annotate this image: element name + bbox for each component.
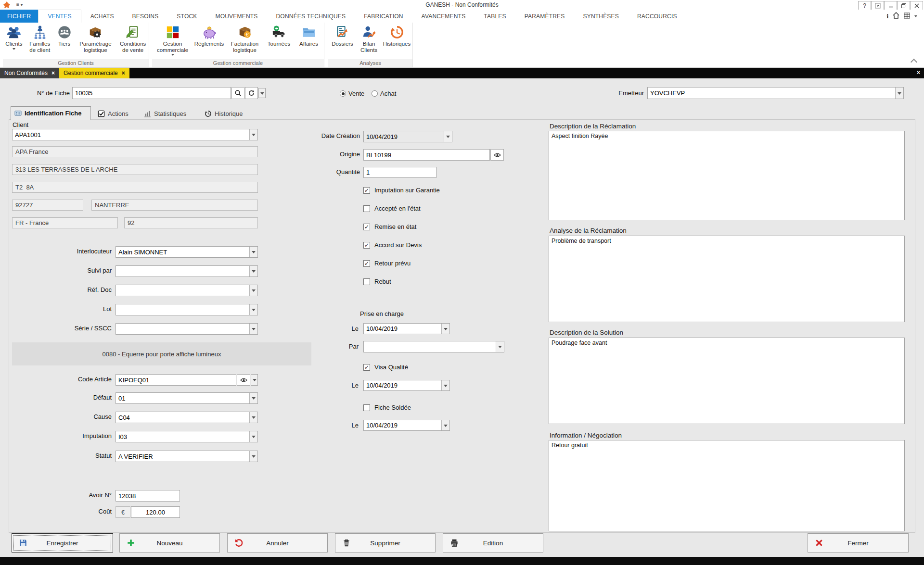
soldee-date-combo[interactable]: 10/04/2019 — [363, 420, 450, 431]
ribbon-tournees-button[interactable]: Tournées — [264, 23, 295, 59]
description-reclamation-textarea[interactable]: Aspect finition Rayée — [549, 131, 905, 220]
description-solution-textarea[interactable]: Poudrage face avant — [549, 338, 905, 424]
tab-actions[interactable]: Actions — [94, 108, 137, 119]
ribbon-familles-client-button[interactable]: Familles de client — [25, 23, 55, 59]
menu-fichier[interactable]: FICHIER — [0, 10, 38, 23]
accord-devis-checkbox[interactable] — [363, 242, 370, 249]
close-tab-icon[interactable]: × — [122, 70, 125, 76]
ribbon-tiers-button[interactable]: Tiers — [55, 23, 74, 59]
chevron-down-icon[interactable] — [249, 266, 257, 276]
menu-achats[interactable]: ACHATS — [81, 10, 123, 23]
code-article-dropdown[interactable] — [251, 374, 258, 386]
imputation-combo[interactable]: I03 — [116, 431, 258, 442]
ribbon-clients-button[interactable]: Clients — [3, 23, 25, 59]
close-all-tabs-icon[interactable]: × — [917, 69, 920, 76]
chevron-down-icon[interactable] — [249, 247, 257, 257]
chevron-down-icon[interactable] — [249, 412, 257, 423]
help-button[interactable]: ? — [858, 1, 871, 10]
imputation-garantie-label[interactable]: Imputation sur Garantie — [374, 187, 440, 194]
remise-etat-checkbox[interactable] — [363, 224, 370, 230]
search-options-dropdown[interactable] — [258, 88, 266, 98]
ribbon-bilan-clients-button[interactable]: Bilan Clients — [357, 23, 382, 59]
pin-window-button[interactable] — [871, 1, 884, 10]
chevron-down-icon[interactable] — [249, 285, 257, 296]
chevron-down-icon[interactable] — [914, 15, 917, 19]
menu-avancements[interactable]: AVANCEMENTS — [412, 10, 475, 23]
ribbon-historiques-button[interactable]: Historiques — [382, 23, 412, 59]
cancel-button[interactable]: Annuler — [227, 533, 328, 552]
table-view-icon[interactable] — [904, 12, 910, 21]
ribbon-reglements-button[interactable]: Règlements — [192, 23, 226, 59]
info-icon[interactable]: i — [886, 13, 888, 20]
tab-gestion-commerciale[interactable]: Gestion commerciale × — [59, 68, 129, 78]
ribbon-dossiers-button[interactable]: Dossiers — [329, 23, 357, 59]
fiche-soldee-checkbox[interactable] — [363, 404, 370, 411]
visa-qualite-label[interactable]: Visa Qualité — [374, 364, 408, 371]
menu-stock[interactable]: STOCK — [167, 10, 206, 23]
menu-donnees-techniques[interactable]: DONNÉES TECHNIQUES — [267, 10, 355, 23]
menu-mouvements[interactable]: MOUVEMENTS — [206, 10, 267, 23]
home-icon[interactable] — [893, 12, 899, 21]
chevron-down-icon[interactable] — [249, 393, 257, 403]
suivi-par-combo[interactable] — [116, 265, 258, 277]
tab-identification-fiche[interactable]: Identification Fiche — [11, 106, 91, 120]
refresh-button[interactable] — [245, 87, 258, 99]
delete-button[interactable]: Supprimer — [335, 533, 436, 552]
vente-radio[interactable] — [340, 90, 346, 97]
imputation-garantie-checkbox[interactable] — [363, 187, 370, 194]
vente-radio-label[interactable]: Vente — [348, 90, 364, 97]
serie-sscc-combo[interactable] — [116, 323, 258, 335]
par-combo[interactable] — [363, 341, 504, 352]
close-button[interactable]: Fermer — [808, 533, 909, 552]
view-article-button[interactable] — [237, 374, 250, 386]
code-article-combo[interactable]: KIPOEQ01 — [116, 374, 236, 386]
achat-radio-label[interactable]: Achat — [380, 90, 396, 97]
information-negociation-textarea[interactable]: Retour gratuit — [549, 440, 905, 531]
cout-input[interactable] — [131, 506, 180, 518]
chevron-down-icon[interactable] — [441, 324, 449, 334]
accepte-etat-label[interactable]: Accepté en l'état — [374, 205, 421, 212]
tab-non-conformites[interactable]: Non Conformités × — [0, 68, 59, 78]
menu-parametres[interactable]: PARAMÈTRES — [515, 10, 574, 23]
tab-historique[interactable]: Historique — [201, 108, 249, 119]
search-button[interactable] — [231, 87, 244, 99]
ribbon-gestion-commerciale-button[interactable]: Gestion commerciale — [153, 23, 192, 59]
remise-etat-label[interactable]: Remise en état — [374, 223, 416, 230]
lot-combo[interactable] — [116, 304, 258, 315]
client-code-combo[interactable]: APA1001 — [12, 129, 258, 140]
chevron-down-icon[interactable] — [496, 341, 504, 352]
pec-date-combo[interactable]: 10/04/2019 — [363, 323, 450, 334]
rebut-checkbox[interactable] — [363, 278, 370, 285]
chevron-down-icon[interactable] — [249, 129, 257, 140]
ref-doc-combo[interactable] — [116, 285, 258, 296]
menu-ventes[interactable]: VENTES — [38, 10, 81, 23]
minimize-button[interactable] — [884, 1, 897, 10]
rebut-label[interactable]: Rebut — [374, 278, 391, 285]
close-window-button[interactable] — [910, 1, 923, 10]
retour-prevu-label[interactable]: Retour prévu — [374, 260, 411, 267]
menu-raccourcis[interactable]: RACCOURCIS — [628, 10, 686, 23]
visa-date-combo[interactable]: 10/04/2019 — [363, 380, 450, 391]
close-tab-icon[interactable]: × — [51, 70, 55, 76]
view-origine-button[interactable] — [490, 149, 504, 161]
quantite-input[interactable] — [363, 167, 436, 178]
emetteur-combo[interactable]: YOVCHEVP — [647, 87, 904, 99]
chevron-down-icon[interactable] — [249, 324, 257, 334]
new-button[interactable]: Nouveau — [119, 533, 220, 552]
statut-combo[interactable]: A VERIFIER — [116, 451, 258, 462]
ribbon-parametrage-logistique-button[interactable]: Paramétrage logistique — [74, 23, 117, 59]
fiche-number-input[interactable] — [72, 87, 231, 99]
ribbon-facturation-logistique-button[interactable]: € Facturation logistique — [226, 23, 264, 59]
accepte-etat-checkbox[interactable] — [363, 205, 370, 212]
chevron-down-icon[interactable] — [249, 304, 257, 315]
chevron-down-icon[interactable] — [895, 88, 903, 99]
date-creation-combo[interactable]: 10/04/2019 — [363, 131, 452, 142]
retour-prevu-checkbox[interactable] — [363, 260, 370, 267]
collapse-ribbon-icon[interactable] — [911, 59, 917, 65]
avoir-input[interactable] — [116, 490, 180, 502]
tab-statistiques[interactable]: Statistiques — [141, 108, 192, 119]
ribbon-affaires-button[interactable]: Affaires — [295, 23, 323, 59]
chevron-down-icon[interactable] — [249, 431, 257, 442]
ribbon-conditions-vente-button[interactable]: Conditions de vente — [117, 23, 149, 59]
fiche-soldee-label[interactable]: Fiche Soldée — [374, 404, 411, 411]
